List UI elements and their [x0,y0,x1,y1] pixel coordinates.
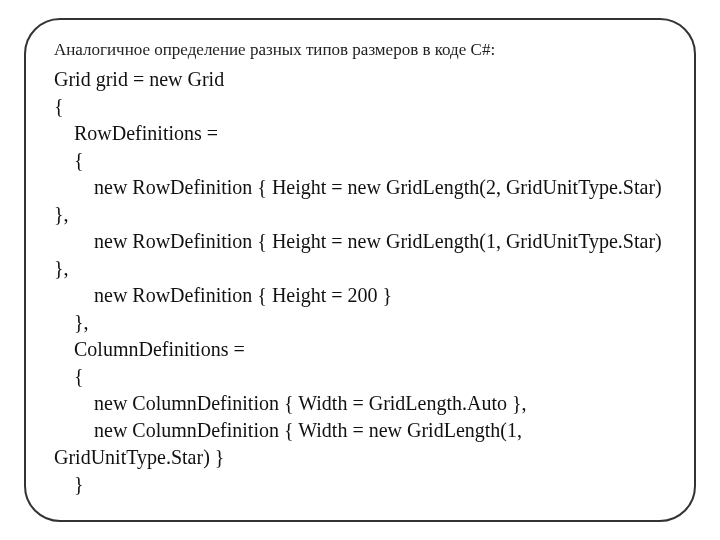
intro-text: Аналогичное определение разных типов раз… [54,40,666,60]
code-frame: Аналогичное определение разных типов раз… [24,18,696,522]
code-block: Grid grid = new Grid { RowDefinitions = … [54,66,666,498]
